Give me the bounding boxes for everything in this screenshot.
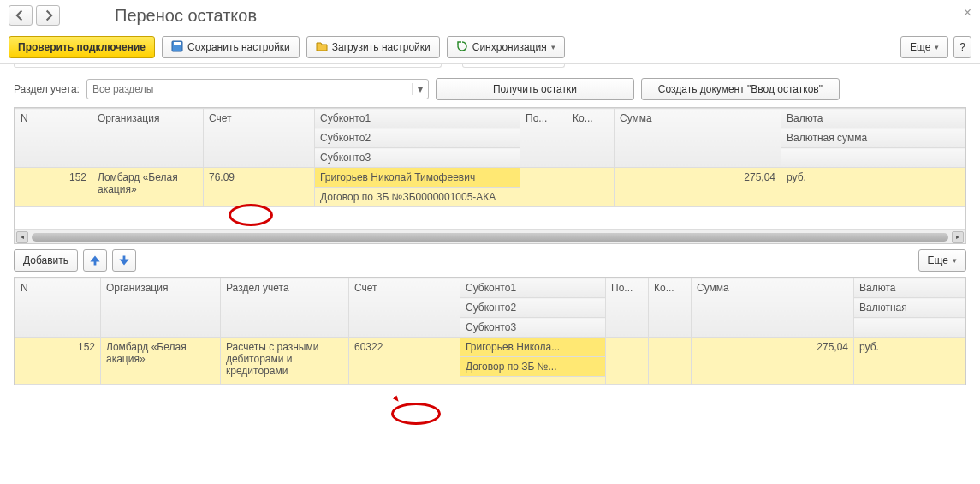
cell-account: 76.09 xyxy=(204,168,315,207)
cell-val: руб. xyxy=(854,338,965,385)
sync-button[interactable]: Синхронизация ▾ xyxy=(447,36,565,58)
col-po[interactable]: По... xyxy=(606,278,649,338)
sync-icon xyxy=(456,40,468,55)
chevron-down-icon: ▾ xyxy=(551,43,555,51)
chevron-down-icon[interactable]: ▾ xyxy=(412,83,428,95)
balances-table-bottom: N Организация Раздел учета Счет Субконто… xyxy=(15,278,965,385)
section-combo[interactable]: ▾ xyxy=(86,79,429,99)
col-ko[interactable]: Ко... xyxy=(649,278,692,338)
more-button-top[interactable]: Еще ▾ xyxy=(900,36,948,58)
chevron-down-icon: ▾ xyxy=(953,256,957,265)
scroll-right-icon[interactable]: ▸ xyxy=(952,231,964,243)
chevron-down-icon: ▾ xyxy=(935,43,939,51)
get-balances-button[interactable]: Получить остатки xyxy=(436,78,634,100)
folder-icon xyxy=(316,40,328,55)
cell-sub2: Договор по ЗБ №ЗБ0000001005-АКА xyxy=(315,188,520,207)
col-sub2[interactable]: Субконто2 xyxy=(460,298,606,318)
cell-val: руб. xyxy=(781,168,965,207)
help-button[interactable]: ? xyxy=(953,36,971,58)
col-val[interactable]: Валюта xyxy=(854,278,965,298)
annotation-circle-2 xyxy=(391,403,441,425)
col-val[interactable]: Валюта xyxy=(781,109,965,128)
col-sub1[interactable]: Субконто1 xyxy=(460,278,606,298)
move-down-button[interactable] xyxy=(112,249,136,272)
load-settings-button[interactable]: Загрузить настройки xyxy=(306,36,440,58)
cell-sub1: Григорьев Николай Тимофеевич xyxy=(315,168,520,188)
col-org[interactable]: Организация xyxy=(101,278,221,338)
col-valsum[interactable]: Валютная xyxy=(854,298,965,318)
arrow-down-icon xyxy=(118,254,130,266)
nav-forward-button[interactable] xyxy=(36,5,60,26)
col-po[interactable]: По... xyxy=(520,109,567,168)
svg-rect-1 xyxy=(174,42,181,45)
more-label: Еще xyxy=(928,254,948,266)
cell-account: 60322 xyxy=(349,338,460,385)
more-label: Еще xyxy=(910,41,930,53)
nav-back-button[interactable] xyxy=(9,5,33,26)
arrow-up-icon xyxy=(89,254,101,266)
scroll-thumb[interactable] xyxy=(32,233,948,242)
cell-sum: 275,04 xyxy=(615,168,781,207)
check-connection-button[interactable]: Проверить подключение xyxy=(9,36,155,58)
move-up-button[interactable] xyxy=(83,249,107,272)
cell-org: Ломбард «Белая акация» xyxy=(101,338,221,385)
col-sub2[interactable]: Субконто2 xyxy=(315,128,520,148)
cell-sum: 275,04 xyxy=(692,338,854,385)
col-sub3[interactable]: Субконто3 xyxy=(315,148,520,168)
close-icon[interactable]: × xyxy=(964,5,971,21)
page-title: Перенос остатков xyxy=(115,6,257,26)
save-settings-button[interactable]: Сохранить настройки xyxy=(162,36,300,58)
col-sum[interactable]: Сумма xyxy=(615,109,781,168)
col-n[interactable]: N xyxy=(15,109,92,168)
save-icon xyxy=(171,40,183,55)
col-section[interactable]: Раздел учета xyxy=(221,278,349,338)
cell-sub3 xyxy=(460,377,606,385)
balances-table-top: N Организация Счет Субконто1 По... Ко...… xyxy=(15,108,965,230)
col-sum[interactable]: Сумма xyxy=(692,278,854,338)
col-ko[interactable]: Ко... xyxy=(567,109,615,168)
table-row[interactable]: 152 Ломбард «Белая акация» Расчеты с раз… xyxy=(15,338,965,357)
section-label: Раздел учета: xyxy=(14,83,80,95)
cell-sub2: Договор по ЗБ №... xyxy=(460,357,606,377)
create-document-button[interactable]: Создать документ "Ввод остатков" xyxy=(641,78,840,100)
cell-org: Ломбард «Белая акация» xyxy=(92,168,204,207)
section-input[interactable] xyxy=(87,83,412,95)
sync-label: Синхронизация xyxy=(472,41,547,53)
cell-n: 152 xyxy=(15,168,92,207)
col-valsum[interactable]: Валютная сумма xyxy=(781,128,965,148)
horizontal-scrollbar[interactable]: ◂ ▸ xyxy=(15,230,965,243)
save-settings-label: Сохранить настройки xyxy=(187,41,290,53)
cell-section: Расчеты с разными дебиторами и кредитора… xyxy=(221,338,349,385)
add-button[interactable]: Добавить xyxy=(14,249,78,272)
scroll-left-icon[interactable]: ◂ xyxy=(16,231,28,243)
col-sub1[interactable]: Субконто1 xyxy=(315,109,520,128)
col-sub3[interactable]: Субконто3 xyxy=(460,318,606,338)
col-org[interactable]: Организация xyxy=(92,109,204,168)
table-row[interactable]: 152 Ломбард «Белая акация» 76.09 Григорь… xyxy=(15,168,965,188)
cell-sub1: Григорьев Никола... xyxy=(460,338,606,357)
col-n[interactable]: N xyxy=(15,278,101,338)
load-settings-label: Загрузить настройки xyxy=(332,41,431,53)
cell-n: 152 xyxy=(15,338,101,385)
more-button-mid[interactable]: Еще ▾ xyxy=(918,249,966,272)
col-account[interactable]: Счет xyxy=(349,278,460,338)
col-account[interactable]: Счет xyxy=(204,109,315,168)
